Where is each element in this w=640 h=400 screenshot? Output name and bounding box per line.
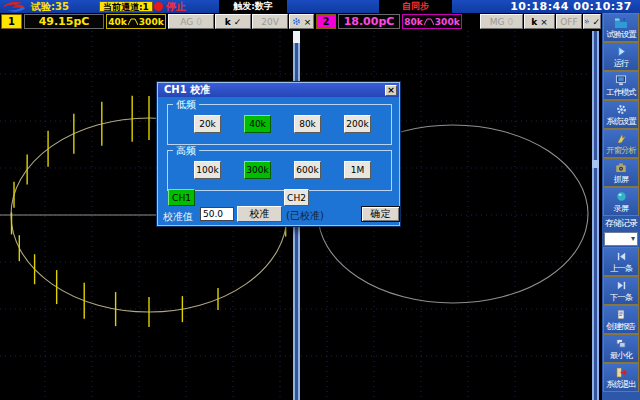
band-high-value: 300k [139,17,164,27]
cross-icon: × [304,17,312,27]
app-logo-icon [2,0,28,13]
storage-records-label: 存储记录 [602,216,640,231]
freq-option-100k[interactable]: 100k [194,161,221,179]
channel-1-settings-segment[interactable]: × [289,14,314,29]
channel-1-charge-value: 49.15pC [24,14,104,29]
channel-2-select-button[interactable]: CH2 [284,189,309,206]
close-icon[interactable]: × [385,85,397,96]
sidebar-button-work-mode[interactable]: 工作模式 [603,71,639,100]
freq-option-300k[interactable]: 300k [244,161,271,179]
low-frequency-group: 低频 20k40k80k200k [167,104,392,145]
freq-option-1M[interactable]: 1M [344,161,371,179]
channel-2-unit-segment[interactable]: k × [524,14,555,29]
channel-2-band-range[interactable]: 80k 300k [402,14,462,29]
check-icon: ✓ [234,17,242,27]
channel-2-range-segment[interactable]: OFF [556,14,582,29]
band-high-value: 300k [435,17,460,27]
channel-1-unit-segment[interactable]: k ✓ [215,14,251,29]
exit-icon [615,366,627,379]
freq-option-80k[interactable]: 80k [294,115,321,133]
channel-status-bar: 1 49.15pC 40k 300k AG 0 k ✓ 20V × 2 18.0… [0,13,602,31]
freq-option-40k[interactable]: 40k [244,115,271,133]
channel-2-settings-segment[interactable]: ✓ [583,14,601,29]
channel-2-badge[interactable]: 2 [316,14,336,29]
sidebar-button-screen-record[interactable]: 录屏 [603,187,639,216]
sidebar-button-screen-capture[interactable]: 抓屏 [603,158,639,187]
sidebar: 试验设置运行工作模式系统设置开窗分析抓屏录屏 存储记录 ▾ 上一条下一条创建报告… [602,13,640,400]
sidebar-button-system-settings[interactable]: 系统设置 [603,100,639,129]
sidebar-button-run[interactable]: 运行 [603,42,639,71]
dialog-title[interactable]: CH1 校准 [158,83,399,97]
check-icon: ✓ [592,17,600,27]
channel-2-gain-segment[interactable]: MG 0 [480,14,523,29]
gear-icon [584,17,589,26]
sidebar-button-window-analysis[interactable]: 开窗分析 [603,129,639,158]
play-icon [616,45,627,58]
sidebar-button-label: 抓屏 [614,174,629,183]
prev-icon [616,250,627,263]
splitter-right-handle[interactable] [592,160,599,168]
sidebar-button-next-record[interactable]: 下一条 [603,276,639,305]
minimize-icon [615,337,627,350]
sidebar-button-label: 试验设置 [606,29,635,38]
sidebar-button-label: 系统设置 [606,116,635,125]
freq-option-200k[interactable]: 200k [344,115,371,133]
gear-icon [292,17,301,26]
calibration-value-input[interactable] [200,207,234,221]
folder-icon [614,16,628,29]
storage-records-dropdown[interactable]: ▾ [604,232,638,246]
sidebar-button-label: 录屏 [614,203,629,212]
gear-icon [616,103,627,116]
sphere-icon [616,190,627,203]
band-low-value: 40k [108,17,127,27]
lightning-icon [616,132,627,145]
gain-label: MG [490,17,505,27]
freq-option-20k[interactable]: 20k [194,115,221,133]
channel-1-gain-segment[interactable]: AG 0 [168,14,214,29]
next-icon [616,279,627,292]
unit-label: k [531,17,537,27]
test-number-label: 试验:35 [31,0,69,13]
freq-option-600k[interactable]: 600k [294,161,321,179]
sidebar-button-label: 上一条 [610,263,632,272]
sidebar-button-label: 下一条 [610,292,632,301]
sidebar-button-minimize[interactable]: 最小化 [603,334,639,363]
stop-status-label: 停止 [166,0,186,13]
sidebar-button-test-setup[interactable]: 试验设置 [603,13,639,42]
sidebar-button-label: 最小化 [610,350,632,359]
low-frequency-label: 低频 [173,99,199,110]
gain-value: 0 [196,17,202,27]
channel-1-select-button[interactable]: CH1 [168,189,195,206]
trigger-mode-label: 触发:数字 [219,0,287,13]
elapsed-time: 00:10:37 [573,0,632,13]
chevron-down-icon: ▾ [631,235,635,243]
gain-label: AG [180,17,193,27]
range-label: 20V [261,17,279,27]
sidebar-button-create-report[interactable]: 创建报告 [603,305,639,334]
calibration-value-label: 校准值 [163,210,193,224]
title-bar: 试验:35 当前通道:1 停止 触发:数字 自同步 10:18:44 00:10… [0,0,640,13]
calibrate-button[interactable]: 校准 [237,206,282,222]
ok-button[interactable]: 确定 [361,206,400,222]
sidebar-button-label: 运行 [614,58,629,67]
report-icon [616,308,626,321]
band-low-value: 80k [404,17,423,27]
channel-1-badge[interactable]: 1 [1,14,22,29]
sidebar-button-system-exit[interactable]: 系统退出 [603,363,639,392]
current-time: 10:18:44 [510,0,569,13]
range-label: OFF [560,17,577,27]
bandpass-icon [128,18,138,26]
high-frequency-label: 高频 [173,145,199,156]
gain-value: 0 [508,17,514,27]
channel-1-range-segment[interactable]: 20V [252,14,288,29]
sidebar-button-label: 创建报告 [606,321,635,330]
bandpass-icon [424,18,434,26]
current-channel-badge: 当前通道:1 [99,1,153,12]
stop-status-icon [154,2,163,11]
camera-icon [615,161,627,174]
channel-1-band-range[interactable]: 40k 300k [106,14,166,29]
splitter-left-handle[interactable] [293,31,300,43]
sidebar-button-label: 工作模式 [606,87,635,96]
sidebar-button-previous-record[interactable]: 上一条 [603,247,639,276]
splitter-right[interactable] [591,31,600,400]
